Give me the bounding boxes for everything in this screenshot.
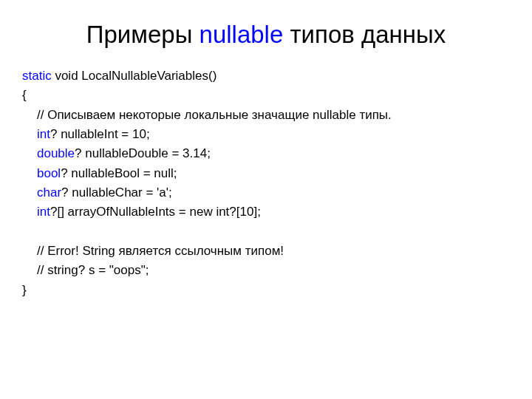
code-line-10: // Error! String является ссылочным типо…	[22, 242, 510, 261]
code-text: ? nullableChar = 'a';	[61, 185, 172, 200]
keyword-double: double	[37, 146, 75, 160]
code-line-11: // string? s = "oops";	[22, 261, 510, 280]
code-line-9	[22, 222, 510, 242]
code-comment: // string? s = "oops";	[37, 263, 149, 277]
keyword-int-array: int	[37, 205, 50, 219]
code-line-7: char? nullableChar = 'a';	[22, 183, 510, 202]
keyword-bool: bool	[37, 166, 61, 180]
title-keyword: nullable	[200, 21, 284, 48]
code-text: void LocalNullableVariables()	[52, 69, 217, 83]
title-part2: типов данных	[283, 21, 446, 48]
title-part1: Примеры	[86, 21, 200, 48]
keyword-char: char	[37, 185, 61, 200]
keyword-int: int	[37, 127, 50, 141]
code-line-8: int?[] arrayOfNullableInts = new int?[10…	[22, 202, 510, 222]
code-line-3: // Описываем некоторые локальные значащи…	[22, 106, 510, 125]
code-block: static void LocalNullableVariables() { /…	[22, 66, 510, 300]
code-line-6: bool? nullableBool = null;	[22, 164, 510, 183]
code-line-12: }	[22, 281, 510, 300]
code-line-5: double? nullableDouble = 3.14;	[22, 144, 510, 163]
code-line-1: static void LocalNullableVariables()	[22, 66, 510, 86]
slide: Примеры nullable типов данных static voi…	[0, 0, 532, 315]
code-text: ? nullableInt = 10;	[50, 127, 150, 141]
code-line-2: {	[22, 86, 510, 105]
code-text: ?[] arrayOfNullableInts = new int?[10];	[50, 205, 261, 219]
code-line-4: int? nullableInt = 10;	[22, 125, 510, 144]
code-comment: // Error! String является ссылочным типо…	[37, 244, 284, 258]
slide-title: Примеры nullable типов данных	[22, 21, 510, 49]
code-comment: // Описываем некоторые локальные значащи…	[37, 108, 392, 122]
code-text: ? nullableBool = null;	[61, 166, 177, 180]
code-text: ? nullableDouble = 3.14;	[75, 146, 211, 160]
keyword-static: static	[22, 69, 52, 83]
